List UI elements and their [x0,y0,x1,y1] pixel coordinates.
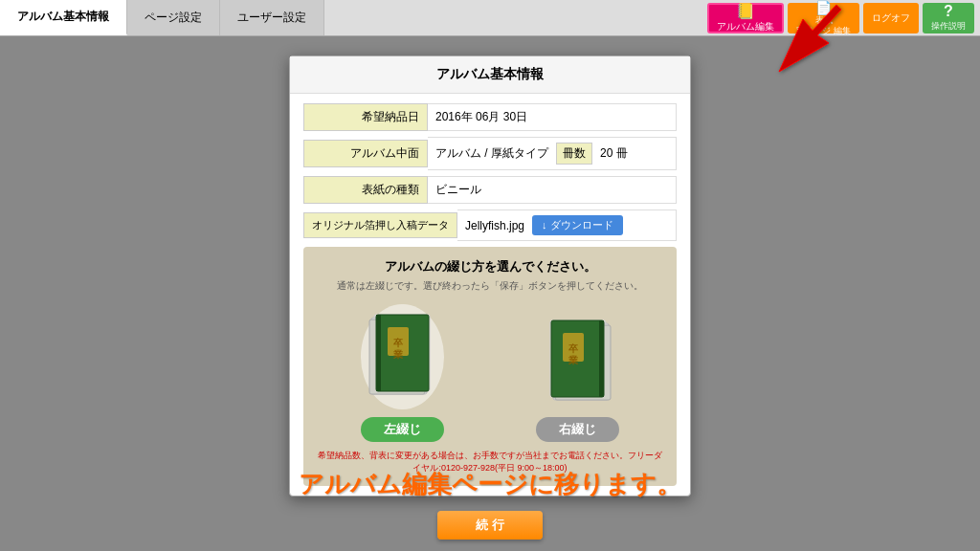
binding-section: アルバムの綴じ方を選んでください。 通常は左綴じです。選び終わったら「保存」ボタ… [303,247,677,486]
cover-type-row: 表紙の種類 ビニール [303,176,677,204]
right-binding-option[interactable]: 卒 業 右綴じ [536,316,619,442]
left-book-circle: 卒 業 [361,304,444,409]
foil-filename: Jellyfish.jpg [465,219,524,232]
foil-data-value: Jellyfish.jpg ↓ ダウンロード [457,209,677,241]
logout-label: ログオフ [872,11,910,25]
cover-page-label: 表紙双ページ 編集 [796,15,851,36]
album-edit-button[interactable]: 📒 アルバム編集 [707,3,784,33]
svg-rect-8 [376,315,381,391]
main-content: アルバム基本情報 希望納品日 2016年 06月 30日 アルバム中面 アルバム… [0,36,980,551]
foil-data-label: オリジナル箔押し入稿データ [303,212,457,238]
tab-user-settings-label: ユーザー設定 [237,10,306,26]
binding-title: アルバムの綴じ方を選んでください。 [315,258,665,276]
foil-data-row: オリジナル箔押し入稿データ Jellyfish.jpg ↓ ダウンロード [303,209,677,241]
count-label: 冊数 [563,146,586,160]
album-inner-label: アルバム中面 [303,140,428,167]
delivery-date-value: 2016年 06月 30日 [428,103,677,131]
count-value: 20 冊 [600,145,628,162]
modal-title: アルバム基本情報 [290,56,690,94]
modal-body: 希望納品日 2016年 06月 30日 アルバム中面 アルバム / 厚紙タイプ … [290,94,690,496]
bottom-annotation: アルバム編集ページに移ります。 [0,468,980,501]
right-binding-button[interactable]: 右綴じ [536,417,619,442]
tab-user-settings[interactable]: ユーザー設定 [220,0,324,35]
left-book-icon: 卒 業 [367,310,438,401]
right-book-icon: 卒 業 [542,316,613,407]
delivery-date-row: 希望納品日 2016年 06月 30日 [303,103,677,131]
count-box: 冊数 [556,143,592,165]
help-label: 操作説明 [931,20,966,33]
annotation-text: アルバム編集ページに移ります。 [0,468,980,501]
album-inner-value: アルバム / 厚紙タイプ 冊数 20 冊 [428,137,677,170]
tab-page-settings-label: ページ設定 [145,10,202,26]
cover-type-label: 表紙の種類 [303,176,428,204]
delivery-date-label: 希望納品日 [303,103,428,131]
svg-rect-16 [599,320,604,397]
binding-subtitle: 通常は左綴じです。選び終わったら「保存」ボタンを押してください。 [315,279,665,293]
album-inner-row: アルバム中面 アルバム / 厚紙タイプ 冊数 20 冊 [303,137,677,170]
album-edit-label: アルバム編集 [717,20,774,33]
svg-text:卒: 卒 [568,343,579,354]
left-binding-button[interactable]: 左綴じ [361,417,444,442]
album-info-modal: アルバム基本情報 希望納品日 2016年 06月 30日 アルバム中面 アルバム… [289,55,691,496]
tab-album-info[interactable]: アルバム基本情報 [0,0,127,35]
tab-album-info-label: アルバム基本情報 [17,9,109,25]
svg-text:卒: 卒 [393,338,404,348]
cover-type-value: ビニール [428,176,677,204]
help-button[interactable]: ? 操作説明 [923,3,974,33]
download-button[interactable]: ↓ ダウンロード [532,215,623,235]
header: アルバム基本情報 ページ設定 ユーザー設定 📒 アルバム編集 📄 表紙双ページ … [0,0,980,36]
header-buttons: 📒 アルバム編集 📄 表紙双ページ 編集 ログオフ ? 操作説明 [707,0,980,35]
cover-page-button[interactable]: 📄 表紙双ページ 編集 [788,3,859,33]
tab-page-settings[interactable]: ページ設定 [127,0,220,35]
logout-button[interactable]: ログオフ [863,3,919,33]
svg-text:業: 業 [393,349,404,360]
right-book-wrapper: 卒 業 [542,316,613,409]
next-button[interactable]: 続 行 [437,511,543,540]
binding-options: 卒 業 左綴じ [315,304,665,442]
next-button-area: 続 行 [0,511,980,540]
svg-text:業: 業 [568,355,579,365]
left-binding-option[interactable]: 卒 業 左綴じ [361,304,444,442]
album-inner-text: アルバム / 厚紙タイプ [435,145,548,162]
